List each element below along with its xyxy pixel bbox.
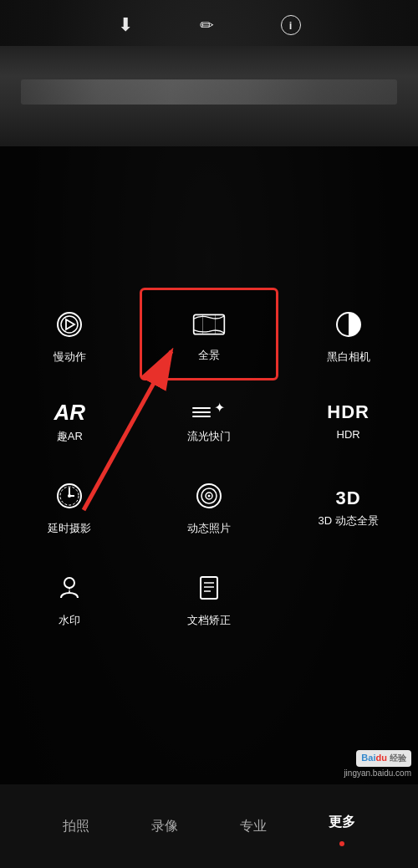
menu-item-ar[interactable]: AR 趣AR [0,380,140,460]
menu-item-doc-correct[interactable]: 文档矫正 [140,552,279,644]
bw-camera-icon [334,309,364,344]
menu-item-watermark[interactable]: 水印 [0,552,140,644]
nav-more-label: 更多 [319,807,365,838]
hdr-icon: HDR [327,403,370,421]
flow-shutter-label: 流光快门 [187,430,231,443]
watermark-label: 水印 [59,614,80,627]
svg-point-10 [68,494,71,498]
nav-pro-label: 专业 [230,811,277,842]
svg-point-15 [64,578,74,588]
baidu-logo: Baidu 经验 [356,750,411,767]
3d-panorama-label: 3D 动态全景 [319,514,379,528]
menu-item-panorama[interactable]: 全景 [140,288,279,381]
svg-rect-17 [201,577,217,599]
nav-item-photo[interactable]: 拍照 [53,811,99,842]
slow-motion-icon [54,309,84,344]
svg-point-14 [207,495,210,498]
menu-item-3d-panorama[interactable]: 3D 3D 动态全景 [278,460,418,552]
info-icon[interactable]: i [281,15,301,35]
doc-correct-label: 文档矫正 [187,614,231,627]
timelapse-label: 延时摄影 [48,522,91,535]
3d-panorama-icon: 3D [336,489,361,508]
nav-item-pro[interactable]: 专业 [230,811,277,842]
doc-correct-icon [194,573,224,607]
nav-photo-label: 拍照 [53,811,99,842]
menu-item-empty [278,552,418,644]
menu-grid: 慢动作 全景 黑白相机 [0,288,418,643]
baidu-watermark: Baidu 经验 jingyan.baidu.com [344,750,411,778]
timelapse-icon [54,481,84,515]
bw-camera-label: 黑白相机 [327,350,370,364]
panorama-icon [192,311,226,342]
nav-active-dot [339,841,344,846]
nav-item-video[interactable]: 录像 [141,811,188,842]
menu-item-live-photo[interactable]: 动态照片 [140,460,279,552]
ar-icon: AR [54,401,86,423]
download-icon[interactable]: ⬇ [118,14,133,36]
ar-label: 趣AR [57,430,83,443]
watermark-icon [54,573,84,607]
menu-item-flow-shutter[interactable]: ✦ 流光快门 [140,380,279,460]
panorama-label: 全景 [198,349,220,362]
live-photo-label: 动态照片 [187,522,231,535]
hdr-label: HDR [337,428,360,442]
menu-item-bw-camera[interactable]: 黑白相机 [278,288,418,381]
menu-item-hdr[interactable]: HDR HDR [278,380,418,460]
nav-item-more[interactable]: 更多 [319,807,365,846]
menu-grid-container: 慢动作 全景 黑白相机 [0,146,418,784]
nav-video-label: 录像 [141,811,188,842]
slow-motion-label: 慢动作 [54,350,86,364]
menu-item-timelapse[interactable]: 延时摄影 [0,460,140,552]
flow-shutter-icon: ✦ [192,401,225,423]
bottom-navigation: 拍照 录像 专业 更多 [0,784,418,868]
camera-lens-area [0,46,418,146]
edit-icon[interactable]: ✏ [200,15,214,35]
live-photo-icon [194,481,224,515]
menu-item-slow-motion[interactable]: 慢动作 [0,288,140,381]
top-toolbar: ⬇ ✏ i [0,0,418,50]
baidu-url: jingyan.baidu.com [344,768,411,778]
